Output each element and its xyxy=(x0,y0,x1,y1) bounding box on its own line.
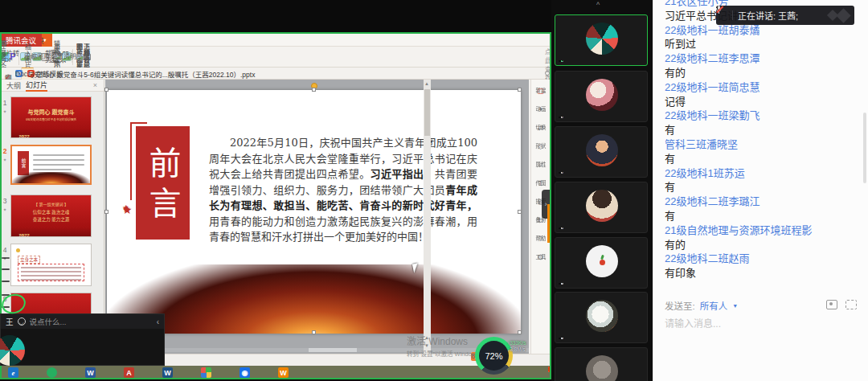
slide-body-text: 2022年5月10日，庆祝中国共产主义青年团成立100周年大会在北京人民大会堂隆… xyxy=(209,135,477,245)
collapse-panel-icon[interactable]: ^ xyxy=(596,1,600,9)
slide-thumbnail-1[interactable]: 与党同心 跟党奋斗 6组关键词读懂习近平总书记的殷殷嘱托 19222022 xyxy=(10,96,92,138)
taskbar-wps-icon[interactable]: W xyxy=(162,367,173,378)
slide-title-preface: 前言 xyxy=(136,126,190,240)
chat-sender: 22级地科一班梁勤飞 xyxy=(665,109,862,123)
slide-thumbnail-3[interactable]: 【 第一组关键词 】 信仰之本 政治之魂 奋进之力 能力之源 19222022 xyxy=(10,195,92,237)
outline-tab[interactable]: 大纲 xyxy=(6,80,21,91)
windows-taskbar: e W A W ◉ W S 中'☺✎♦▦ xyxy=(0,366,551,379)
resize-handle-bottomright[interactable] xyxy=(518,330,522,334)
chat-message: 有的 xyxy=(665,66,862,80)
cpu-percent: 72% xyxy=(479,341,509,371)
download-speed: ↓3.8M/s xyxy=(507,346,526,353)
chat-scrollbar[interactable] xyxy=(863,113,866,183)
chat-sender: 22级地科二班李璐江 xyxy=(665,195,862,209)
taskbar-app-icon[interactable] xyxy=(47,367,57,378)
self-avatar xyxy=(0,335,25,366)
upload-speed: ↑333K/s xyxy=(507,340,526,346)
chat-panel: 21农区任小芳 习近平总书记讲话 22级地科一班胡泰燏 听到过 22级地科二班李… xyxy=(653,0,868,381)
chat-message: 有 xyxy=(665,123,862,137)
self-name-label: 王 xyxy=(6,316,14,327)
danmaku-message: 22级地科二班李璐江：有 xyxy=(2,281,10,282)
participant-tile-sharer[interactable]: 王茜的屏幕共享 xyxy=(555,14,648,66)
danmaku-message: 22级地科1班苏运：有 xyxy=(2,268,10,270)
chat-sender: 22级地科1班苏运 xyxy=(665,166,862,181)
resize-handle-left[interactable] xyxy=(104,210,108,214)
taskbar-word-icon[interactable]: W xyxy=(85,367,96,378)
participant-tile[interactable]: 20级管理科学班杨远龙 xyxy=(555,126,648,178)
screenshot-icon[interactable] xyxy=(845,300,857,309)
close-panel-icon[interactable]: × xyxy=(93,81,97,89)
chat-sender: 22级地科一班胡泰燏 xyxy=(665,23,862,38)
avatar xyxy=(586,190,618,222)
taskbar-wps-office-icon[interactable]: W xyxy=(278,367,289,378)
participant-tile[interactable]: 21工程管理晨忠倩 xyxy=(555,71,648,122)
network-monitor-gauge[interactable]: 72% ↑333K/s↓3.8M/s xyxy=(475,337,513,375)
taskbar-meeting-icon[interactable]: ◉ xyxy=(240,367,250,378)
chat-sender: 22级地科二班李思潭 xyxy=(665,51,862,66)
participant-tile[interactable]: 农区1班26罗镜 xyxy=(555,182,648,233)
resize-handle-topright[interactable] xyxy=(518,88,522,92)
slides-tab[interactable]: 幻灯片 xyxy=(26,80,47,92)
chat-message: 记得 xyxy=(665,95,862,109)
taskbar-browser-icon[interactable]: e xyxy=(8,367,18,378)
animation-indicator-icon: ✦ xyxy=(1,207,9,212)
speaking-text: 正在讲话: 王茜; xyxy=(738,9,798,22)
chevron-left-icon[interactable]: ‹ xyxy=(157,318,159,326)
meeting-logo-icon xyxy=(836,8,850,23)
picture-tools-ribbon: 图片转文字 P图片转PDF 插入图片▾ 压缩图片 裁剪▾ 高度: −19.05厘… xyxy=(0,47,550,68)
windows-activation-watermark: 激活 Windows 转到“设置”以激活 Windows。 xyxy=(407,334,485,358)
chat-sender: 管科三班潘晓坚 xyxy=(665,137,862,152)
quick-access-and-doc-tabs: ▤ ▦ ⎙ ▥ ↶ ↷ ✓ DDocer-在线模板× P与党同心 跟党奋斗5-6… xyxy=(0,68,550,80)
vertical-scrollbar[interactable]: ▲ ▲ ▼ xyxy=(424,80,431,354)
send-to-label: 发送至: xyxy=(665,299,695,312)
animation-indicator-icon: ✦ xyxy=(1,109,9,114)
danmaku-input[interactable]: 说点什么... xyxy=(30,316,67,327)
chat-message: 有的 xyxy=(665,238,862,252)
danmaku-message: 管科三班潘晓坚：有 xyxy=(2,257,10,259)
chat-message: 有 xyxy=(665,180,862,195)
animation-indicator-icon: ✦ xyxy=(1,157,9,162)
chat-message: 有 xyxy=(665,209,862,223)
chat-input[interactable]: 请输入消息... xyxy=(665,316,721,330)
emoji-icon[interactable]: ◡ xyxy=(18,318,26,326)
resize-handle-top[interactable] xyxy=(312,88,316,92)
avatar xyxy=(586,300,618,332)
participant-video-column: ^ 王茜的屏幕共享 21工程管理晨忠倩 20级管理科学班杨远龙 农区1班26罗镜… xyxy=(551,0,653,381)
resize-handle-topleft[interactable] xyxy=(104,88,108,92)
chat-sender: 22级地科一班简忠慧 xyxy=(665,80,862,95)
slide-thumbnail-4[interactable]: 立身之本 xyxy=(10,244,92,286)
avatar xyxy=(586,245,618,277)
chevron-down-icon: ▼ xyxy=(732,303,738,309)
chat-message-list: 21农区任小芳 习近平总书记讲话 22级地科一班胡泰燏 听到过 22级地科二班李… xyxy=(665,0,862,281)
resize-handle-bottom[interactable] xyxy=(312,330,316,334)
mic-muted-icon xyxy=(722,11,727,19)
slide-number: 1 xyxy=(1,99,9,107)
send-to-selector[interactable]: 所有人 xyxy=(700,299,728,312)
current-slide[interactable]: 前言 ★★★ 2022年5月10日，庆祝中国共产主义青年团成立100周年大会在北… xyxy=(107,90,521,334)
chat-message: 听到过 xyxy=(665,37,862,51)
scrollbar-thumb[interactable] xyxy=(424,89,430,136)
slide-number: 3 xyxy=(1,197,9,205)
slide-editing-canvas: 前言 ★★★ 2022年5月10日，庆祝中国共产主义青年团成立100周年大会在北… xyxy=(105,80,529,354)
avatar xyxy=(586,23,618,55)
slide-thumbnail-2-selected[interactable]: 前言 xyxy=(10,145,92,185)
sunrise-glow-graphic xyxy=(107,264,521,334)
unread-indicator xyxy=(547,204,550,243)
participant-tile[interactable] xyxy=(555,347,648,381)
resize-handle-right[interactable] xyxy=(518,210,522,214)
speaking-indicator-overlay[interactable]: 正在讲话: 王茜; xyxy=(716,6,854,25)
slide-number: 2 xyxy=(1,147,9,155)
screen: WPS 演示▾ 开始 插入 设计 动画 幻灯片放映 审阅 视图 开发工具 图片工… xyxy=(0,0,868,381)
avatar xyxy=(586,134,618,166)
taskbar-docs-icon[interactable] xyxy=(201,367,211,378)
avatar xyxy=(586,79,618,111)
slide-number: 4 xyxy=(1,246,9,254)
chat-sender: 22级地科二班赵雨 xyxy=(665,252,862,266)
chat-message: 有印象 xyxy=(665,266,862,281)
chat-message: 有 xyxy=(665,152,862,166)
participant-tile[interactable]: 地科3班王杨丽 xyxy=(555,292,648,343)
avatar xyxy=(586,355,618,381)
self-view-window[interactable]: 王 ◡ 说点什么... ‹ xyxy=(0,313,165,366)
taskbar-pdf-icon[interactable]: A xyxy=(124,367,134,378)
participant-tile[interactable]: 管科吴沛丽 xyxy=(555,237,648,289)
